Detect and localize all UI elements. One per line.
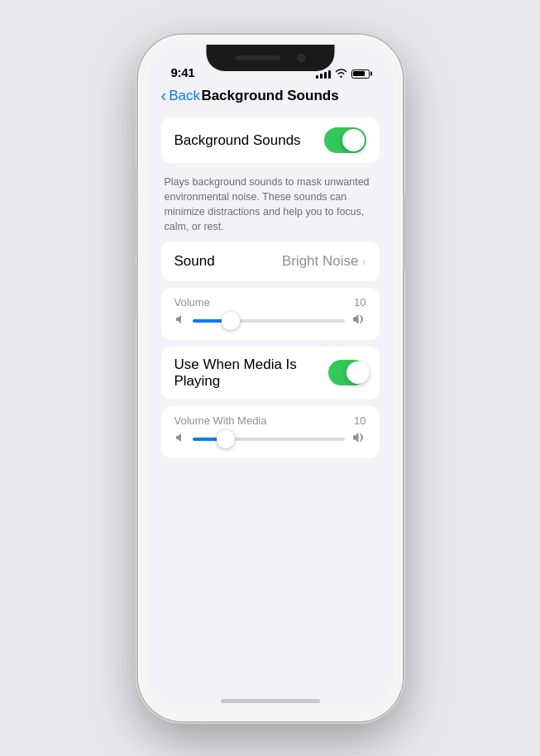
- volume-label: Volume: [174, 296, 210, 309]
- media-speaker-high-icon: [351, 432, 366, 447]
- signal-bar-2: [320, 74, 323, 79]
- media-playing-row: Use When Media Is Playing: [161, 347, 380, 400]
- notch: [206, 45, 334, 71]
- media-volume-header: Volume With Media 10: [174, 414, 366, 427]
- speaker-high-icon: [351, 313, 366, 328]
- mute-button[interactable]: [136, 167, 138, 195]
- background-sounds-row: Background Sounds: [161, 117, 380, 163]
- status-icons: [316, 68, 370, 79]
- speaker-grille: [235, 55, 280, 60]
- phone-screen: 9:41: [148, 45, 393, 711]
- signal-bar-3: [324, 72, 327, 79]
- media-playing-toggle[interactable]: [328, 360, 366, 385]
- media-playing-label: Use When Media Is Playing: [174, 356, 328, 390]
- media-playing-group: Use When Media Is Playing: [161, 347, 380, 400]
- media-speaker-low-icon: [174, 432, 186, 446]
- volume-thumb[interactable]: [222, 312, 240, 330]
- battery-icon: [351, 69, 370, 79]
- media-volume-slider-row: [174, 432, 366, 447]
- volume-group: Volume 10: [161, 288, 380, 340]
- background-sounds-toggle[interactable]: [324, 127, 366, 153]
- battery-fill: [353, 71, 365, 76]
- wifi-icon: [335, 68, 347, 79]
- volume-up-button[interactable]: [136, 204, 138, 256]
- back-label: Back: [169, 88, 200, 104]
- volume-slider-row: [174, 313, 366, 328]
- media-volume-label: Volume With Media: [174, 414, 267, 427]
- sound-group: Sound Bright Noise ›: [161, 242, 380, 281]
- phone-device: 9:41: [138, 35, 403, 721]
- media-volume-group: Volume With Media 10: [161, 406, 380, 458]
- signal-bar-4: [328, 70, 331, 79]
- speaker-low-icon: [174, 313, 186, 328]
- sound-chevron-icon: ›: [362, 254, 366, 268]
- volume-track[interactable]: [193, 319, 345, 323]
- sound-row[interactable]: Sound Bright Noise ›: [161, 242, 380, 281]
- navigation-bar: ‹ Back Background Sounds: [148, 84, 393, 111]
- volume-header: Volume 10: [174, 296, 366, 309]
- sound-value: Bright Noise: [282, 253, 359, 270]
- front-camera: [297, 54, 305, 62]
- volume-down-button[interactable]: [136, 265, 138, 316]
- media-volume-track[interactable]: [193, 438, 345, 441]
- sound-value-container: Bright Noise ›: [282, 253, 366, 270]
- settings-content: Background Sounds Plays background sound…: [148, 111, 393, 471]
- status-time: 9:41: [171, 65, 195, 79]
- sound-label: Sound: [174, 253, 215, 270]
- media-volume-value: 10: [354, 414, 366, 427]
- home-indicator: [221, 699, 320, 703]
- signal-bar-1: [316, 75, 318, 79]
- background-sounds-group: Background Sounds: [161, 117, 380, 163]
- power-button[interactable]: [403, 196, 405, 270]
- background-sounds-label: Background Sounds: [174, 132, 301, 149]
- back-chevron-icon: ‹: [161, 86, 167, 105]
- back-button[interactable]: ‹ Back: [161, 87, 200, 105]
- media-toggle-knob: [346, 361, 369, 384]
- background-sounds-description: Plays background sounds to mask unwanted…: [161, 170, 380, 238]
- volume-value: 10: [354, 296, 366, 309]
- media-volume-thumb[interactable]: [217, 430, 235, 448]
- toggle-knob: [342, 129, 365, 151]
- page-title: Background Sounds: [201, 88, 338, 104]
